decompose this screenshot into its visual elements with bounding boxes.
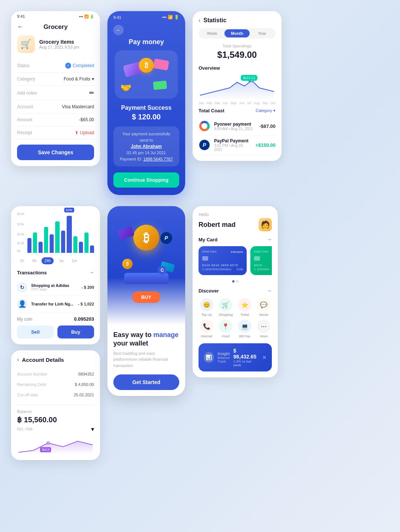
transactions-section-header: Transactions → bbox=[17, 270, 94, 275]
ticket-icon: ⭐ bbox=[238, 298, 251, 311]
transaction-item-1: Pyoneer payment 9:09 AM • Aug 21, 2021 -… bbox=[199, 117, 276, 135]
time-tabs: 1h 6h 24h 1w 1m bbox=[17, 257, 94, 264]
payment-status-bar: 9:41 ▪▪▪ 📶 🔋 bbox=[107, 11, 185, 22]
discover-food[interactable]: 📍 Food bbox=[218, 320, 234, 338]
payment-info-box: Your payment successfully send to John A… bbox=[113, 126, 179, 166]
tab-1w[interactable]: 1w bbox=[56, 257, 67, 264]
bar-2 bbox=[33, 232, 37, 253]
transfer-name: Transfer for Linh Ng... bbox=[31, 302, 74, 306]
notes-label: Add notes bbox=[17, 90, 37, 96]
period-chevron[interactable]: ▾ bbox=[91, 426, 94, 433]
get-started-button[interactable]: Get Started bbox=[113, 374, 179, 390]
insight-label: Insight bbox=[218, 351, 230, 356]
my-card-arrow[interactable]: → bbox=[267, 237, 272, 242]
bar-4 bbox=[44, 227, 48, 253]
receipt-row: Receipt ⬆ Upload bbox=[17, 126, 94, 139]
bar-11 bbox=[84, 232, 89, 253]
topup-label: Top Up bbox=[201, 313, 212, 317]
sell-button[interactable]: Sell bbox=[17, 326, 54, 338]
tab-week[interactable]: Week bbox=[200, 29, 224, 37]
cutoff-date-value: 25.02.2021 bbox=[74, 393, 94, 397]
debit-card-2[interactable]: Debit Card 8319 ... S. MOSTAFA bbox=[250, 246, 272, 275]
balance-period-text: Oct - Feb bbox=[17, 427, 33, 431]
transfer-amount: - $ 1,022 bbox=[78, 302, 94, 306]
bar-7 bbox=[61, 231, 65, 253]
total-spendings-amount: $1,549.00 bbox=[199, 50, 276, 60]
y-label-39k: $39k bbox=[17, 222, 24, 226]
transaction-item-2: P PayPal Payment 3:02 PM • Aug 20, 2021 … bbox=[199, 135, 276, 155]
discover-billpay[interactable]: 💻 Bill Pay bbox=[237, 320, 253, 338]
insight-close-button[interactable]: ✕ bbox=[262, 354, 267, 360]
tab-1m[interactable]: 1m bbox=[69, 257, 80, 264]
insight-icon: 📊 bbox=[204, 352, 214, 363]
stat-back-button[interactable]: ‹ bbox=[199, 17, 200, 24]
remaining-debt-label: Remaining Debt bbox=[17, 382, 46, 387]
transactions-arrow[interactable]: → bbox=[89, 270, 94, 275]
account-label: Account bbox=[17, 104, 33, 109]
balance-label: Balance bbox=[17, 409, 94, 414]
payment-success-label: Payment Success bbox=[107, 105, 185, 111]
account-value: Visa Mastercard bbox=[62, 104, 94, 109]
food-icon: 📍 bbox=[219, 320, 232, 333]
tab-6h[interactable]: 6h bbox=[29, 257, 39, 264]
topup-icon: 😊 bbox=[200, 298, 213, 311]
total-coast-header: Total Coast Category ▾ bbox=[199, 108, 276, 113]
buy-button[interactable]: Buy bbox=[57, 326, 94, 338]
refresh-icon: ↻ bbox=[17, 282, 27, 293]
edit-icon[interactable]: ✏ bbox=[89, 89, 94, 96]
coin-buttons: Sell Buy bbox=[17, 326, 94, 338]
discover-movie[interactable]: 💬 Movie bbox=[256, 298, 272, 317]
total-spendings-label: Total Spendings bbox=[199, 44, 276, 48]
payment-time: 9:41 bbox=[113, 15, 121, 20]
category-filter[interactable]: Category ▾ bbox=[256, 108, 276, 113]
chart-tooltip: $117.11 bbox=[241, 75, 257, 81]
promo-bottom: Easy way to manage your wallet Best trad… bbox=[107, 325, 185, 396]
promo-heading: Easy way to manage your wallet bbox=[113, 331, 179, 348]
payment-id-info: Payment ID: 1898 5645 7767 bbox=[118, 156, 175, 162]
bar-5 bbox=[50, 234, 54, 253]
promo-subtitle: Best tradding and easy platformmore reli… bbox=[113, 350, 179, 369]
discover-ticket[interactable]: ⭐ Ticket bbox=[237, 298, 253, 317]
payment-title: Pay money bbox=[107, 38, 185, 46]
category-value[interactable]: Food & Fruits ▾ bbox=[64, 76, 94, 82]
bar-12 bbox=[90, 245, 94, 253]
discover-arrow[interactable]: → bbox=[267, 288, 272, 294]
tab-month[interactable]: Month bbox=[224, 29, 249, 37]
item-name: Grocery Items bbox=[39, 39, 79, 45]
food-label: Food bbox=[222, 334, 230, 338]
payment-id: 1898 5645 7767 bbox=[143, 157, 173, 161]
line-chart: $117.11 JanFebMarAprMay JunJulAugSepOct bbox=[199, 73, 276, 103]
account-number-row: Account Number 6894352 bbox=[17, 369, 94, 379]
save-changes-button[interactable]: Save Changes bbox=[17, 145, 94, 160]
upload-button[interactable]: ⬆ Upload bbox=[75, 130, 94, 135]
billpay-icon: 💻 bbox=[238, 320, 251, 333]
buy-badge[interactable]: BUY bbox=[132, 291, 160, 303]
bar-chart: $54k $39k $26k $13k $0 bbox=[17, 212, 94, 253]
discover-shopping[interactable]: 🛒 Shopping bbox=[218, 298, 234, 317]
payment-illustration: ₿ 🤝 bbox=[115, 50, 178, 99]
promo-highlight: manage bbox=[153, 331, 179, 338]
status-bar: 9:41 ▪▪▪ 📶 🔋 bbox=[11, 11, 100, 20]
payment-back-button[interactable]: ← bbox=[113, 25, 124, 35]
discover-internet[interactable]: 📞 Internet bbox=[199, 320, 215, 338]
period-tabs: Week Month Year bbox=[199, 28, 276, 39]
discover-topup[interactable]: 😊 Top Up bbox=[199, 298, 215, 317]
status-label: Status bbox=[17, 63, 30, 68]
grocery-icon: 🛒 bbox=[17, 35, 35, 53]
account-back-button[interactable]: ‹ bbox=[17, 356, 19, 363]
payment-status-icons: ▪▪▪ 📶 🔋 bbox=[162, 15, 179, 20]
tab-year[interactable]: Year bbox=[250, 29, 274, 37]
insight-bar: 📊 Insight Balance Track $ 98,432.65 1.3%… bbox=[199, 343, 272, 371]
movie-label: Movie bbox=[259, 313, 268, 317]
tab-24h[interactable]: 24h bbox=[41, 257, 54, 264]
tab-1h[interactable]: 1h bbox=[17, 257, 27, 264]
back-button[interactable]: ← bbox=[17, 23, 24, 31]
continue-shopping-button[interactable]: Continue Shopping bbox=[113, 172, 179, 188]
phone-header: ← Grocery bbox=[11, 20, 100, 35]
debit-card-1[interactable]: Debit Card Interbank 8319 8610 3808 8075… bbox=[199, 246, 247, 275]
bar-1 bbox=[27, 238, 31, 253]
paypal-amount: +$150.00 bbox=[255, 142, 276, 148]
discover-more[interactable]: ⋯ More bbox=[256, 320, 272, 338]
cutoff-date-label: Cut-off date bbox=[17, 393, 38, 397]
stat-title: Statistic bbox=[203, 17, 226, 24]
